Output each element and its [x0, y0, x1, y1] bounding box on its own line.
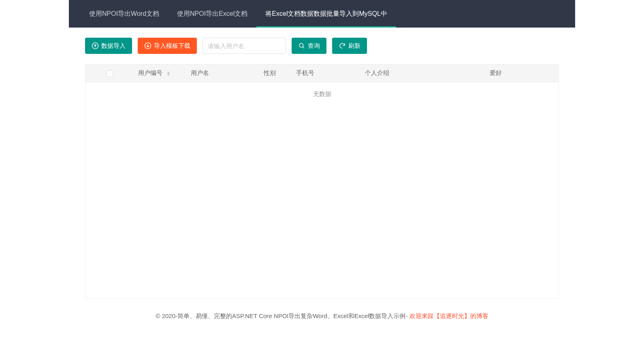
tab-label: 使用NPOI导出Word文档	[89, 10, 159, 18]
column-phone: 手机号	[292, 64, 361, 82]
column-label: 用户名	[191, 69, 209, 76]
column-checkbox	[85, 64, 134, 82]
button-label: 刷新	[348, 42, 360, 50]
column-intro: 个人介绍	[361, 64, 486, 82]
tab-label: 使用NPOI导出Excel文档	[177, 10, 247, 18]
table-header-row: 用户编号 ▲▼ 用户名 性别 手机号 个人介绍	[85, 64, 559, 82]
column-hobby: 爱好	[486, 64, 559, 82]
svg-point-2	[299, 43, 303, 47]
footer-text: © 2020-简单、易懂、完整的ASP.NET Core NPOI导出复杂Wor…	[156, 312, 409, 319]
column-gender: 性别	[260, 64, 292, 82]
column-label: 用户编号	[138, 69, 162, 76]
tab-import-mysql[interactable]: 将Excel文档数据数据批量导入到MySQL中	[256, 0, 396, 28]
upload-icon	[92, 42, 99, 49]
footer: © 2020-简单、易懂、完整的ASP.NET Core NPOI导出复杂Wor…	[0, 308, 644, 324]
no-data-text: 无数据	[85, 82, 559, 98]
tab-label: 将Excel文档数据数据批量导入到MySQL中	[265, 10, 387, 18]
column-username: 用户名	[187, 64, 260, 82]
refresh-button[interactable]: 刷新	[332, 38, 367, 54]
toolbar: 数据导入 导入模板下载 查询 刷新	[69, 38, 575, 54]
column-label: 手机号	[296, 69, 314, 76]
nav-tabs: 使用NPOI导出Word文档 使用NPOI导出Excel文档 将Excel文档数…	[69, 0, 575, 28]
column-label: 性别	[264, 69, 276, 76]
search-icon	[298, 42, 305, 49]
button-label: 导入模板下载	[154, 42, 190, 50]
column-user-id[interactable]: 用户编号 ▲▼	[134, 64, 187, 82]
table-body-empty	[85, 98, 559, 298]
data-table: 用户编号 ▲▼ 用户名 性别 手机号 个人介绍	[85, 64, 559, 299]
query-button[interactable]: 查询	[292, 38, 326, 54]
template-download-button[interactable]: 导入模板下载	[138, 38, 197, 54]
button-label: 查询	[308, 42, 320, 50]
tab-export-word[interactable]: 使用NPOI导出Word文档	[80, 0, 168, 28]
refresh-icon	[339, 42, 346, 49]
tab-export-excel[interactable]: 使用NPOI导出Excel文档	[168, 0, 256, 28]
sort-icon: ▲▼	[166, 71, 170, 76]
footer-link[interactable]: 欢迎来踩【追逐时光】的博客	[409, 312, 488, 319]
column-label: 个人介绍	[365, 69, 389, 76]
download-icon	[144, 42, 151, 49]
search-input[interactable]	[203, 38, 286, 54]
column-label: 爱好	[490, 69, 502, 76]
button-label: 数据导入	[101, 42, 126, 50]
import-button[interactable]: 数据导入	[85, 38, 132, 54]
select-all-checkbox[interactable]	[107, 71, 113, 77]
